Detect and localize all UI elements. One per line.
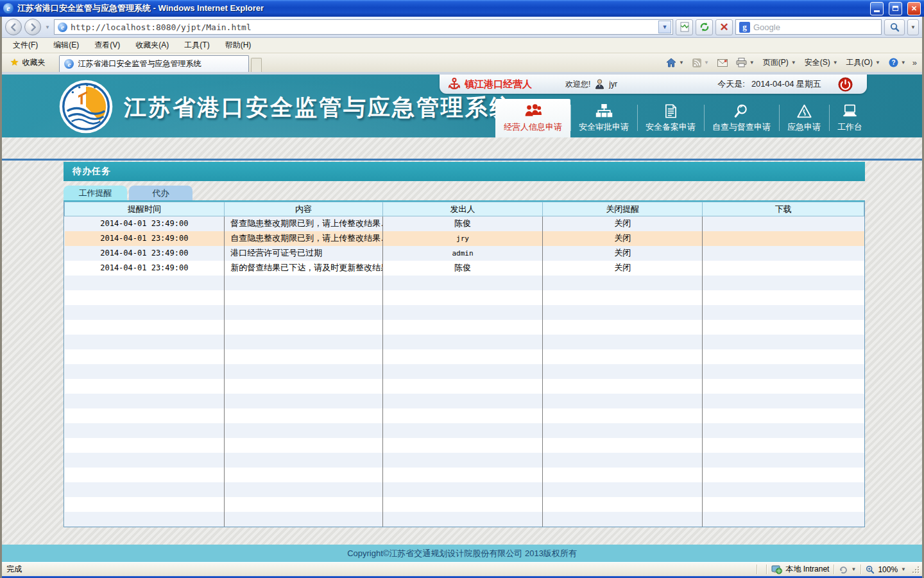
table-row-empty — [65, 290, 864, 305]
home-icon — [666, 58, 676, 67]
menu-file[interactable]: 文件(F) — [7, 38, 44, 53]
tab-work-reminder[interactable]: 工作提醒 — [64, 186, 127, 200]
close-reminder-link[interactable]: 关闭 — [614, 233, 631, 243]
content-area: 待办任务 工作提醒 代办 提醒时间 内容 发出人 关闭提醒 下载 — [2, 161, 922, 545]
status-bar: 完成 本地 Intranet ▼ — [2, 562, 922, 576]
url-input[interactable] — [71, 22, 655, 32]
table-row[interactable]: 2014-04-01 23:49:00 新的督查结果已下达，请及时更新整改结果 … — [65, 261, 864, 276]
safety-menu[interactable]: 安全(S)▼ — [801, 56, 842, 69]
page-menu[interactable]: 页面(P)▼ — [759, 56, 800, 69]
col-sender: 发出人 — [382, 202, 542, 216]
nav-emergency[interactable]: 应急申请 — [779, 101, 829, 137]
zoom-level: 100% — [878, 565, 898, 574]
compatibility-view-button[interactable] — [676, 19, 693, 35]
table-row[interactable]: 2014-04-01 23:49:00 港口经营许可证号已过期 admin 关闭 — [65, 246, 864, 261]
address-dropdown[interactable]: ▼ — [658, 21, 671, 33]
tab-todo[interactable]: 代办 — [129, 186, 193, 200]
menu-favorites[interactable]: 收藏夹(A) — [130, 38, 175, 53]
close-reminder-link[interactable]: 关闭 — [614, 263, 631, 272]
nav-operator-info[interactable]: 经营人信息申请 — [495, 99, 570, 137]
menu-edit[interactable]: 编辑(E) — [47, 38, 85, 53]
people-icon — [524, 102, 542, 118]
menu-tools[interactable]: 工具(T) — [178, 38, 215, 53]
menu-help[interactable]: 帮助(H) — [219, 38, 257, 53]
restore-button[interactable] — [889, 2, 902, 15]
security-zone: 本地 Intranet — [771, 564, 829, 575]
protected-mode-button[interactable]: ▼ — [839, 565, 856, 574]
table-row-empty — [65, 320, 864, 335]
print-button[interactable]: ▼ — [732, 57, 758, 69]
help-icon: ? — [889, 58, 898, 67]
table-row-empty — [65, 394, 864, 408]
search-dropdown[interactable]: ▼ — [907, 19, 919, 35]
favorites-label: 收藏夹 — [22, 57, 45, 68]
zoom-control[interactable]: 100% ▼ — [866, 565, 906, 574]
refresh-icon — [699, 22, 710, 32]
history-dropdown[interactable]: ▼ — [45, 24, 50, 30]
table-row-empty — [65, 497, 864, 512]
back-icon — [10, 23, 18, 31]
username: jyr — [609, 80, 617, 89]
cell-download — [703, 246, 864, 261]
table-row[interactable]: 2014-04-01 23:49:00 督查隐患整改期限已到，请上传整改结果… … — [65, 216, 864, 231]
close-button[interactable]: ✕ — [907, 2, 921, 15]
print-icon — [736, 58, 747, 67]
favorites-button[interactable]: ★ 收藏夹 — [5, 55, 50, 70]
cell-time: 2014-04-01 23:49:00 — [65, 246, 225, 261]
warning-icon — [796, 104, 813, 118]
search-input[interactable] — [753, 22, 878, 32]
anchor-icon — [449, 78, 460, 91]
read-mail-button[interactable] — [714, 58, 732, 68]
address-bar: ▼ e ▼ ✕ g — [2, 17, 922, 38]
cell-sender: 陈俊 — [382, 216, 542, 231]
copyright-text: Copyright©江苏省交通规划设计院股份有限公司 2013版权所有 — [347, 548, 577, 559]
google-icon: g — [739, 22, 750, 33]
table-row-empty — [65, 512, 864, 527]
command-bar: ▼ ▼ — [662, 56, 919, 72]
site-logo — [58, 79, 114, 134]
main-nav: 经营人信息申请 安全审批申请 — [495, 99, 871, 137]
resize-grip[interactable] — [911, 565, 920, 574]
nav-workbench[interactable]: 工作台 — [829, 101, 871, 137]
table-row-highlighted[interactable]: 2014-04-01 23:49:00 自查隐患整改期限已到，请上传整改结果… … — [65, 231, 864, 246]
back-button[interactable] — [5, 19, 22, 35]
nav-safety-filing[interactable]: 安全备案申请 — [637, 101, 704, 137]
cell-content: 自查隐患整改期限已到，请上传整改结果… — [225, 231, 383, 246]
welcome-label: 欢迎您! — [565, 79, 590, 90]
minimize-button[interactable] — [870, 2, 884, 15]
page-favicon-icon: e — [58, 22, 67, 32]
org-chart-icon — [595, 104, 613, 118]
today-value: 2014-04-04 星期五 — [751, 78, 821, 90]
search-icon — [890, 22, 900, 32]
nav-label: 经营人信息申请 — [504, 121, 562, 133]
close-reminder-link[interactable]: 关闭 — [614, 218, 631, 228]
toolbar-overflow-button[interactable]: » — [911, 58, 919, 67]
logout-power-button[interactable] — [838, 77, 853, 92]
refresh-button[interactable] — [696, 19, 713, 35]
magnifier-icon — [733, 104, 750, 118]
help-button[interactable]: ? ▼ — [885, 57, 910, 69]
table-header-row: 提醒时间 内容 发出人 关闭提醒 下载 — [65, 202, 864, 216]
nav-self-inspection[interactable]: 自查与督查申请 — [704, 101, 779, 137]
browser-tab[interactable]: e 江苏省港口安全监管与应急管理系统 — [59, 55, 249, 72]
search-button[interactable] — [884, 19, 905, 35]
stop-button[interactable]: ✕ — [715, 19, 733, 35]
page-menu-label: 页面(P) — [763, 57, 789, 68]
home-button[interactable]: ▼ — [662, 57, 688, 69]
forward-icon — [29, 23, 37, 31]
table-row-empty — [65, 349, 864, 364]
cell-content: 督查隐患整改期限已到，请上传整改结果… — [225, 216, 383, 231]
new-tab-button[interactable] — [251, 58, 262, 72]
nav-safety-approval[interactable]: 安全审批申请 — [570, 101, 637, 137]
tools-menu[interactable]: 工具(O)▼ — [843, 56, 884, 69]
table-row-empty — [65, 364, 864, 379]
table-row-empty — [65, 335, 864, 349]
feeds-button[interactable]: ▼ — [689, 57, 713, 69]
menu-view[interactable]: 查看(V) — [89, 38, 126, 53]
close-reminder-link[interactable]: 关闭 — [614, 248, 631, 258]
panel-title: 待办任务 — [64, 162, 865, 181]
forward-button[interactable] — [24, 19, 41, 35]
site-header: 江苏省港口安全监管与应急管理系统 镇江港口经营人 欢迎您! — [2, 73, 922, 137]
cell-sender: admin — [382, 246, 542, 261]
window-frame: ▼ e ▼ ✕ g — [0, 17, 924, 578]
